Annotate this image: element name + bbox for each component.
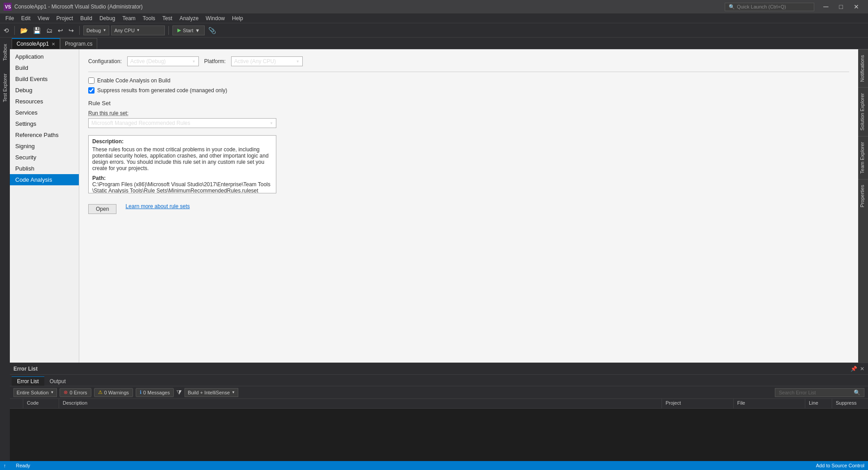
errors-filter-button[interactable]: ⊗ 0 Errors <box>60 388 91 397</box>
pin-icon[interactable]: 📌 <box>851 366 857 372</box>
menu-view[interactable]: View <box>34 14 53 22</box>
sidebar-item-signing[interactable]: Signing <box>10 141 79 152</box>
error-table-body <box>10 409 868 461</box>
description-text: These rules focus on the most critical p… <box>92 146 272 171</box>
sidebar-item-resources[interactable]: Resources <box>10 96 79 107</box>
add-source-control[interactable]: Add to Source Control <box>816 463 864 468</box>
path-label: Path: <box>92 175 272 181</box>
rule-set-dropdown[interactable]: Microsoft Managed Recommended Rules ▼ <box>88 118 276 128</box>
learn-more-link[interactable]: Learn more about rule sets <box>125 203 189 209</box>
menu-debug[interactable]: Debug <box>96 14 119 22</box>
minimize-button[interactable]: ─ <box>818 2 834 11</box>
config-dropdown[interactable]: Active (Debug) ▼ <box>127 56 199 66</box>
open-button[interactable]: 📂 <box>18 26 30 35</box>
undo-button[interactable]: ↩ <box>56 26 65 35</box>
menu-file[interactable]: File <box>2 14 17 22</box>
redo-button[interactable]: ↪ <box>67 26 76 35</box>
start-button[interactable]: ▶ Start ▼ <box>172 26 205 35</box>
sidebar-item-security[interactable]: Security <box>10 152 79 163</box>
suppress-results-label: Suppress results from generated code (ma… <box>97 87 227 94</box>
tab-output[interactable]: Output <box>44 377 71 386</box>
sidebar-item-debug[interactable]: Debug <box>10 85 79 96</box>
sidebar-item-settings[interactable]: Settings <box>10 118 79 129</box>
code-analysis-panel: Configuration: Active (Debug) ▼ Platform… <box>79 49 858 363</box>
menu-edit[interactable]: Edit <box>17 14 34 22</box>
menu-project[interactable]: Project <box>53 14 77 22</box>
config-row: Configuration: Active (Debug) ▼ Platform… <box>88 56 849 66</box>
menu-tools[interactable]: Tools <box>139 14 159 22</box>
rule-set-title: Rule Set <box>88 100 849 107</box>
col-description[interactable]: Description <box>59 399 662 408</box>
tab-programcs[interactable]: Program.cs <box>60 38 97 49</box>
error-search[interactable]: Search Error List 🔍 <box>775 388 864 397</box>
notifications-tab[interactable]: Notifications <box>858 49 868 87</box>
platform-dropdown[interactable]: Active (Any CPU) ▼ <box>231 56 303 66</box>
error-table-header: Code Description Project File Line Suppr… <box>10 399 868 409</box>
description-box[interactable]: Description: These rules focus on the mo… <box>88 135 276 193</box>
build-filter-dropdown[interactable]: Build + IntelliSense ▼ <box>185 388 238 397</box>
col-file[interactable]: File <box>734 399 805 408</box>
filter-icon[interactable]: ⧩ <box>176 389 182 396</box>
tab-error-list[interactable]: Error List <box>12 376 44 386</box>
filter-label: Entire Solution <box>17 390 49 395</box>
menu-window[interactable]: Window <box>202 14 228 22</box>
properties-tab[interactable]: Properties <box>858 179 868 213</box>
search-icon: 🔍 <box>729 4 735 10</box>
divider <box>88 72 849 72</box>
suppress-results-row: Suppress results from generated code (ma… <box>88 87 849 94</box>
close-button[interactable]: ✕ <box>848 2 864 11</box>
menu-team[interactable]: Team <box>119 14 139 22</box>
save-button[interactable]: 💾 <box>31 26 43 35</box>
messages-filter-button[interactable]: ℹ 0 Messages <box>136 388 174 397</box>
menu-analyze[interactable]: Analyze <box>176 14 202 22</box>
attach-button[interactable]: 📎 <box>206 26 218 35</box>
chevron-down-icon: ▼ <box>192 60 196 64</box>
menu-build[interactable]: Build <box>77 14 96 22</box>
suppress-results-checkbox[interactable] <box>88 87 95 94</box>
debug-config-label: Debug <box>86 28 101 33</box>
col-project[interactable]: Project <box>662 399 734 408</box>
right-panels-strip: Notifications Solution Explorer Team Exp… <box>858 49 868 363</box>
warnings-count: 0 Warnings <box>104 390 129 395</box>
solution-explorer-tab[interactable]: Solution Explorer <box>858 87 868 136</box>
cpu-dropdown[interactable]: Any CPU ▼ <box>111 26 165 35</box>
sidebar-item-build[interactable]: Build <box>10 62 79 73</box>
tab-consoleapp1-close[interactable]: ✕ <box>52 42 55 47</box>
tab-consoleapp1[interactable]: ConsoleApp1 ✕ <box>12 38 60 49</box>
save-all-button[interactable]: 🗂 <box>44 26 54 35</box>
warnings-filter-button[interactable]: ⚠ 0 Warnings <box>94 388 133 397</box>
test-explorer-tab[interactable]: Test Explorer <box>0 67 9 108</box>
chevron-down-icon: ▼ <box>103 28 106 32</box>
sidebar-item-build-events[interactable]: Build Events <box>10 73 79 85</box>
left-strip: Toolbox Test Explorer <box>0 38 10 461</box>
sidebar-item-application[interactable]: Application <box>10 51 79 62</box>
toolbox-tab[interactable]: Toolbox <box>0 38 9 67</box>
sidebar-item-reference-paths[interactable]: Reference Paths <box>10 129 79 141</box>
team-explorer-tab[interactable]: Team Explorer <box>858 136 868 179</box>
status-icon: ↑ <box>4 463 6 468</box>
run-rule-set-label: Run this rule set: <box>88 110 849 116</box>
error-list-title: Error List <box>13 366 38 372</box>
vs-icon: VS <box>4 3 12 11</box>
menu-test[interactable]: Test <box>159 14 176 22</box>
enable-code-analysis-checkbox[interactable] <box>88 77 95 84</box>
error-icon: ⊗ <box>64 389 68 395</box>
col-line[interactable]: Line <box>805 399 832 408</box>
chevron-down-icon: ▼ <box>195 28 200 33</box>
col-icon <box>10 399 23 408</box>
back-button[interactable]: ⟲ <box>2 26 11 35</box>
col-code[interactable]: Code <box>23 399 59 408</box>
menu-help[interactable]: Help <box>228 14 247 22</box>
debug-config-dropdown[interactable]: Debug ▼ <box>83 26 109 35</box>
platform-label: Platform: <box>204 58 226 64</box>
col-suppress[interactable]: Suppress <box>832 399 868 408</box>
open-button[interactable]: Open <box>88 204 116 214</box>
maximize-button[interactable]: □ <box>834 2 848 11</box>
play-icon: ▶ <box>177 27 181 33</box>
sidebar-item-services[interactable]: Services <box>10 107 79 118</box>
filter-dropdown[interactable]: Entire Solution ▼ <box>13 388 57 397</box>
sidebar-item-code-analysis[interactable]: Code Analysis <box>10 174 79 185</box>
sidebar-item-publish[interactable]: Publish <box>10 163 79 174</box>
close-icon[interactable]: ✕ <box>860 366 864 372</box>
quick-launch[interactable]: 🔍 Quick Launch (Ctrl+Q) <box>725 3 814 11</box>
